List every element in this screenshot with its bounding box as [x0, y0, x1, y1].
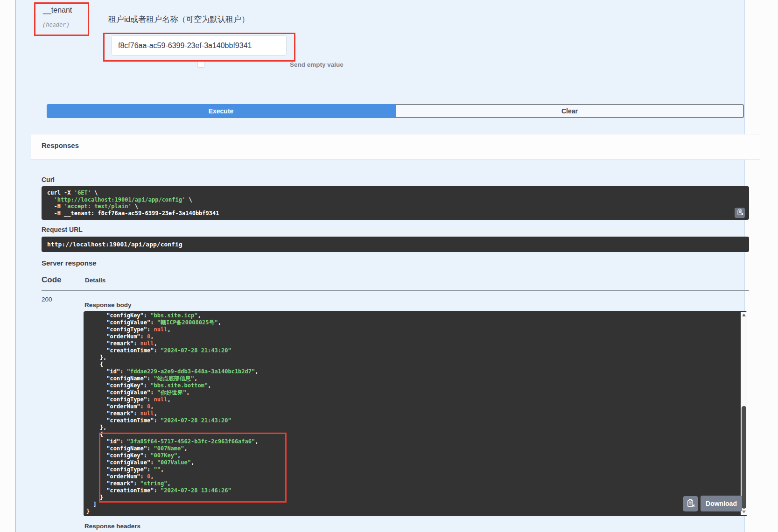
send-empty-checkbox[interactable]	[197, 61, 204, 68]
response-body-scrollbar[interactable]	[741, 312, 747, 515]
status-code: 200	[42, 296, 52, 303]
parameter-name: __tenant	[43, 6, 72, 14]
parameter-description: 租户id或者租户名称（可空为默认租户）	[108, 14, 249, 25]
details-column-header: Details	[85, 277, 105, 284]
clipboard-copy-icon	[686, 499, 695, 509]
request-url-text: http://localhost:19001/api/app/config	[47, 241, 182, 248]
scrollbar-thumb[interactable]	[742, 406, 746, 509]
tenant-value-input[interactable]	[112, 35, 287, 56]
download-button[interactable]: Download	[701, 496, 742, 511]
server-response-label: Server response	[42, 259, 97, 267]
execute-button[interactable]: Execute	[47, 104, 395, 118]
response-body-block: "configKey": "bbs.site.icp", "configValu…	[84, 311, 747, 516]
responses-header-band	[31, 134, 760, 160]
clipboard-copy-icon	[736, 209, 743, 217]
curl-command-block: curl -X 'GET' \ 'http://localhost:19001/…	[42, 186, 749, 220]
curl-copy-button[interactable]	[735, 208, 745, 218]
send-empty-label: Send empty value	[290, 61, 343, 68]
scroll-down-arrow-icon[interactable]	[742, 511, 746, 513]
response-headers-label: Response headers	[84, 523, 140, 530]
swagger-operation-page: __tenant (header) 租户id或者租户名称（可空为默认租户） Se…	[0, 0, 778, 532]
response-body-label: Response body	[84, 301, 132, 308]
parameter-location: (header)	[42, 22, 70, 28]
curl-label: Curl	[42, 176, 55, 183]
response-table-divider	[42, 290, 749, 291]
scroll-up-arrow-icon[interactable]	[742, 314, 746, 316]
request-url-label: Request URL	[42, 226, 83, 233]
request-url-block: http://localhost:19001/api/app/config	[42, 237, 749, 252]
opblock-section: __tenant (header) 租户id或者租户名称（可空为默认租户） Se…	[15, 0, 744, 532]
code-column-header: Code	[42, 275, 62, 285]
response-body-copy-button[interactable]	[683, 496, 698, 511]
clear-button[interactable]: Clear	[395, 104, 744, 118]
responses-title: Responses	[42, 141, 79, 149]
